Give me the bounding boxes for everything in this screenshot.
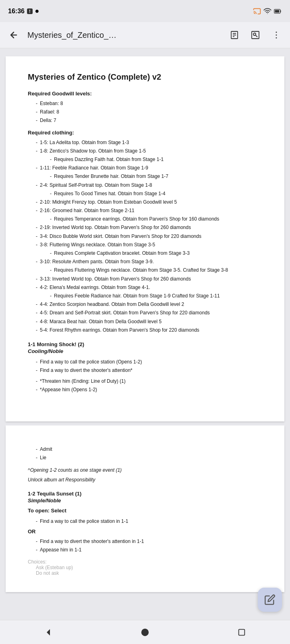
cast-icon xyxy=(253,7,261,15)
clothing-item-3-sub: -Requires To Good Times hat. Obtain from… xyxy=(28,190,262,198)
nav-recents-icon xyxy=(237,628,246,637)
back-button[interactable] xyxy=(6,28,21,42)
clothing-item-2: -1-11: Feeble Radiance hair. Obtain from… xyxy=(28,164,262,172)
stage1-task-0: -Find a way to call the police station (… xyxy=(36,358,262,366)
choices-label: Choices: xyxy=(28,559,262,565)
goodwill-heading: Required Goodwill levels: xyxy=(28,91,262,97)
page-2-top: -Admit -Lie ^Opening 1-2 counts as one s… xyxy=(6,425,284,592)
clothing-item-1: -1-8: Zentico's Shadow top. Obtain from … xyxy=(28,147,262,155)
stage2-task: -Find a way to call the police station i… xyxy=(36,518,262,525)
choices-sub-2: Do not ask xyxy=(28,570,262,576)
nav-recents-button[interactable] xyxy=(234,624,250,640)
clothing-item-11: -4-2: Elena's Medal earrings. Obtain fro… xyxy=(28,284,262,291)
more-menu-button[interactable] xyxy=(269,28,284,42)
svg-point-14 xyxy=(141,628,149,636)
page2-items: -Admit -Lie xyxy=(36,446,262,462)
clothing-item-9-sub: -Requires Fluttering Wings necklace. Obt… xyxy=(28,266,262,274)
status-time: 16:36 xyxy=(8,8,25,15)
page2-item-1: -Lie xyxy=(36,454,262,462)
stage2-alt-tasks: -Find a way to divert the shooter's atte… xyxy=(36,538,262,554)
app-bar: Mysteries_of_Zentico_… xyxy=(0,22,290,48)
choices-sub-1: Ask (Esteban up) xyxy=(28,565,262,570)
clothing-item-5: -2-16: Groomed hair. Obtain from Stage 2… xyxy=(28,207,262,215)
fab-edit-button[interactable] xyxy=(258,588,282,612)
clothing-item-3: -2-4: Spiritual Self-Portrait top. Obtai… xyxy=(28,182,262,189)
svg-rect-15 xyxy=(239,629,245,635)
status-bar: 16:36 ! ● xyxy=(0,0,290,22)
clothing-item-2-sub: -Requires Tender Brunette hair. Obtain f… xyxy=(28,173,262,180)
document-title: Mysteries_of_Zentico_… xyxy=(27,31,221,40)
clothing-list: -1-5: La Adelita top. Obtain from Stage … xyxy=(28,139,262,334)
stage2-open: To open: Select xyxy=(28,508,262,514)
search-button[interactable] xyxy=(248,28,263,42)
stage1-choices: -*Threaten him (Ending: Line of Duty) (1… xyxy=(36,378,262,394)
stage1-tasks: -Find a way to call the police station (… xyxy=(36,358,262,374)
status-icons xyxy=(253,7,282,15)
goodwill-item-3: -Della: 7 xyxy=(36,117,262,124)
clothing-item-8: -3-8: Fluttering Wings necklace. Obtain … xyxy=(28,241,262,249)
wifi-icon xyxy=(263,7,271,15)
status-alert: ! xyxy=(27,8,33,14)
stage1-choice-0: -*Threaten him (Ending: Line of Duty) (1… xyxy=(36,378,262,385)
page2-unlock: Unlock album art Responsibility xyxy=(28,476,262,483)
page2-note: ^Opening 1-2 counts as one stage event (… xyxy=(28,466,262,474)
clothing-item-5-sub: -Requires Temperance earrings. Obtain fr… xyxy=(28,215,262,223)
svg-point-11 xyxy=(276,35,277,36)
battery-icon xyxy=(274,7,282,15)
stage1-task-1: -Find a way to divert the shooter's atte… xyxy=(36,367,262,374)
content-area: Mysteries of Zentico (Complete) v2 Requi… xyxy=(0,48,290,600)
svg-rect-2 xyxy=(275,10,280,12)
svg-point-8 xyxy=(253,33,256,35)
stage2-task-item: -Find a way to call the police station i… xyxy=(36,518,262,525)
nav-bar xyxy=(0,620,290,644)
page-1: Mysteries of Zentico (Complete) v2 Requi… xyxy=(6,56,284,421)
clothing-item-14: -4-8: Maraca Beat hair. Obtain from Dell… xyxy=(28,318,262,326)
svg-point-10 xyxy=(276,32,277,33)
nav-back-icon xyxy=(44,627,53,637)
clothing-item-12: -4-4: Zentico Scorpion headband. Obtain … xyxy=(28,301,262,308)
clothing-item-7: -3-4: Disco Bubble World skirt. Obtain f… xyxy=(28,233,262,240)
nav-home-button[interactable] xyxy=(137,624,153,640)
document-main-title: Mysteries of Zentico (Complete) v2 xyxy=(28,72,262,82)
clothing-item-13: -4-5: Dream and Self-Portrait skirt. Obt… xyxy=(28,309,262,317)
nav-back-button[interactable] xyxy=(40,624,56,640)
clothing-item-6: -2-19: Inverted World top. Obtain from P… xyxy=(28,224,262,231)
edit-icon xyxy=(264,594,276,605)
stage2-style: Simple/Noble xyxy=(28,497,262,504)
clothing-item-10: -3-13: Inverted World top. Obtain from P… xyxy=(28,275,262,283)
stage1-style: Cooling/Noble xyxy=(28,348,262,354)
status-circle: ● xyxy=(35,7,39,15)
clothing-item-9: -3-10: Resolute Anthem pants. Obtain fro… xyxy=(28,258,262,266)
page2-item-0: -Admit xyxy=(36,446,262,453)
or-text: OR xyxy=(28,528,262,535)
svg-marker-13 xyxy=(47,629,50,636)
clothing-item-8-sub: -Requires Complete Captivation bracelet.… xyxy=(28,250,262,257)
nav-home-icon xyxy=(141,628,149,637)
clothing-heading: Required clothing: xyxy=(28,130,262,136)
stage1-choice-1: -*Appease him (Opens 1-2) xyxy=(36,386,262,394)
stage2-alt-0: -Find a way to divert the shooter's atte… xyxy=(36,538,262,545)
clothing-item-11-sub: -Requires Feeble Radiance hair. Obtain f… xyxy=(28,292,262,300)
notes-button[interactable] xyxy=(227,28,242,42)
goodwill-item-1: -Esteban: 8 xyxy=(36,100,262,107)
stage1-heading: 1-1 Morning Shock! (2) xyxy=(28,341,262,347)
goodwill-item-2: -Rafael: 8 xyxy=(36,108,262,116)
clothing-item-1-sub: -Requires Dazzling Faith hat. Obtain fro… xyxy=(28,156,262,163)
stage2-heading: 1-2 Tequila Sunset (1) xyxy=(28,491,262,497)
clothing-item-15: -5-4: Forest Rhythm earrings. Obtain fro… xyxy=(28,326,262,334)
clothing-item-0: -1-5: La Adelita top. Obtain from Stage … xyxy=(28,139,262,147)
clothing-item-4: -2-10: Midnight Frenzy top. Obtain from … xyxy=(28,198,262,206)
svg-line-9 xyxy=(256,35,257,37)
stage2-alt-1: -Appease him in 1-1 xyxy=(36,546,262,554)
svg-point-12 xyxy=(276,37,277,39)
